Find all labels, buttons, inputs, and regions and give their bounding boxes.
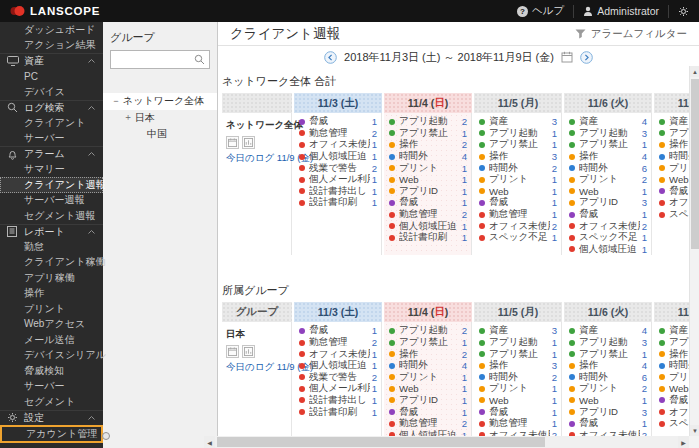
today-log-link[interactable]: 今日のログ 11/9 (金) — [222, 361, 291, 374]
alarm-item[interactable]: Web1 — [564, 395, 651, 407]
help-button[interactable]: ? ヘルプ — [517, 4, 564, 18]
alarm-item[interactable]: 操作2 — [384, 348, 471, 360]
alarm-item[interactable]: 個人領域圧迫1 — [294, 360, 381, 372]
alarm-item[interactable]: 資産4 — [564, 325, 651, 337]
alarm-item[interactable]: 操作 — [654, 348, 689, 360]
scroll-left-arrow-icon[interactable]: ◀ — [204, 436, 215, 448]
alarm-item[interactable]: アプリID1 — [384, 395, 471, 407]
alarm-item[interactable]: 個人メール利用1 — [294, 383, 381, 395]
sidebar-item-21[interactable]: デバイスシリアル — [0, 348, 103, 364]
alarm-item[interactable]: 個人領域圧迫1 — [294, 151, 381, 163]
alarm-item[interactable]: Web1 — [384, 174, 471, 186]
alarm-item[interactable]: Web1 — [474, 186, 561, 198]
alarm-item[interactable]: 資産 — [654, 116, 689, 128]
alarm-item[interactable]: アプリ起動3 — [564, 128, 651, 140]
alarm-item[interactable]: アプリ禁止1 — [384, 128, 471, 140]
scroll-down-arrow-icon[interactable]: ▼ — [690, 425, 699, 436]
search-icon[interactable] — [194, 54, 205, 65]
alarm-item[interactable]: プリント1 — [384, 372, 471, 384]
today-log-link[interactable]: 今日のログ 11/9 (金) — [222, 152, 291, 165]
sidebar-item-9[interactable]: サマリー — [0, 162, 103, 178]
alarm-item[interactable]: Web — [654, 383, 689, 395]
sidebar-item-20[interactable]: メール送信 — [0, 332, 103, 348]
alarm-item[interactable]: 設計書印刷1 — [294, 406, 381, 418]
sidebar-item-11[interactable]: サーバー週報 — [0, 193, 103, 209]
alarm-item[interactable]: 脅威 — [654, 186, 689, 198]
sidebar-item-17[interactable]: 操作 — [0, 286, 103, 302]
alarm-item[interactable]: 設計書印刷1 — [294, 197, 381, 209]
sidebar-item-0[interactable]: ダッシュボード — [0, 22, 103, 38]
alarm-item[interactable]: 脅威1 — [564, 418, 651, 430]
alarm-item[interactable]: 勤怠管理1 — [474, 209, 561, 221]
alarm-item[interactable]: オフィス未使用 — [654, 197, 689, 209]
alarm-item[interactable]: アプリ禁止1 — [474, 139, 561, 151]
alarm-item[interactable]: 個人領域圧迫1 — [564, 244, 651, 256]
alarm-item[interactable]: 操作3 — [474, 151, 561, 163]
alarm-item[interactable]: スペック不足1 — [474, 232, 561, 244]
alarm-item[interactable]: 時間外2 — [474, 162, 561, 174]
alarm-item[interactable]: 操作4 — [564, 360, 651, 372]
chart-mini-icon[interactable] — [242, 136, 255, 149]
alarm-item[interactable]: プリント1 — [384, 162, 471, 174]
alarm-item[interactable]: 操作4 — [564, 151, 651, 163]
alarm-item[interactable]: オフィス未使用2 — [564, 220, 651, 232]
alarm-item[interactable]: アプリ禁止1 — [564, 139, 651, 151]
alarm-item[interactable]: プリント1 — [474, 383, 561, 395]
alarm-item[interactable]: 脅威1 — [384, 197, 471, 209]
sidebar-item-14[interactable]: 勤怠 — [0, 239, 103, 255]
alarm-item[interactable]: 操作 — [654, 139, 689, 151]
alarm-item[interactable]: 時間外 — [654, 360, 689, 372]
alarm-item[interactable]: オフィス未使用2 — [474, 220, 561, 232]
tree-expander-icon[interactable]: ＋ — [123, 111, 133, 124]
alarm-item[interactable]: オフィス未使用 — [654, 406, 689, 418]
alarm-item[interactable]: アプリID1 — [384, 186, 471, 198]
sidebar-item-23[interactable]: サーバー — [0, 379, 103, 395]
alarm-item[interactable]: アプリ禁止1 — [564, 348, 651, 360]
sidebar-item-22[interactable]: 脅威検知 — [0, 363, 103, 379]
sidebar-section-2[interactable]: 資産 — [0, 53, 103, 69]
sidebar-item-7[interactable]: サーバー — [0, 131, 103, 147]
alarm-item[interactable]: プリント2 — [564, 383, 651, 395]
sidebar-item-1[interactable]: アクション結果 — [0, 38, 103, 54]
alarm-item[interactable]: スペック不足1 — [564, 232, 651, 244]
sidebar-item-18[interactable]: プリント — [0, 301, 103, 317]
tree-item-0[interactable]: −ネットワーク全体 — [103, 93, 217, 110]
sidebar-item-3[interactable]: PC — [0, 69, 103, 85]
sidebar-section-5[interactable]: ログ検索 — [0, 100, 103, 116]
alarm-item[interactable]: アプリ禁止1 — [384, 337, 471, 349]
alarm-item[interactable]: アプリ禁止1 — [474, 348, 561, 360]
alarm-item[interactable]: 残業で警告2 — [294, 372, 381, 384]
alarm-item[interactable]: 脅威1 — [474, 197, 561, 209]
vertical-scrollbar[interactable]: ▲ ▼ — [689, 66, 699, 436]
alarm-item[interactable]: Web1 — [474, 395, 561, 407]
calendar-picker-button[interactable] — [561, 51, 573, 63]
sidebar-item-4[interactable]: デバイス — [0, 84, 103, 100]
alarm-item[interactable]: 資産3 — [474, 116, 561, 128]
alarm-item[interactable]: 勤怠管理1 — [474, 418, 561, 430]
user-menu[interactable]: Administrator — [583, 5, 659, 17]
alarm-item[interactable]: プリント — [654, 162, 689, 174]
sidebar-item-24[interactable]: セグメント — [0, 394, 103, 410]
tree-item-1[interactable]: ＋日本 — [103, 110, 217, 127]
group-search-input[interactable] — [115, 54, 194, 65]
tree-expander-icon[interactable]: − — [111, 96, 121, 106]
alarm-item[interactable]: 資産3 — [474, 325, 561, 337]
alarm-item[interactable]: Web1 — [384, 383, 471, 395]
tree-item-2[interactable]: 中国 — [103, 126, 217, 143]
alarm-item[interactable]: オフィス未使用1 — [294, 348, 381, 360]
alarm-item[interactable]: アプリ禁止 — [654, 337, 689, 349]
alarm-item[interactable]: 設計書印刷1 — [384, 232, 471, 244]
alarm-item[interactable]: アプリ禁止 — [654, 128, 689, 140]
alarm-item[interactable]: アプリID3 — [564, 197, 651, 209]
sidebar-item-26[interactable]: アカウント管理 — [0, 425, 103, 443]
alarm-item[interactable]: スペック不足 — [654, 418, 689, 430]
sidebar-item-12[interactable]: セグメント週報 — [0, 208, 103, 224]
alarm-item[interactable]: 脅威1 — [564, 209, 651, 221]
sidebar-section-25[interactable]: 設定 — [0, 410, 103, 426]
alarm-item[interactable]: 残業で警告2 — [294, 162, 381, 174]
alarm-item[interactable]: Web — [654, 174, 689, 186]
alarm-item[interactable]: 勤怠管理2 — [384, 209, 471, 221]
alarm-item[interactable]: 勤怠管理2 — [384, 418, 471, 430]
alarm-item[interactable]: プリント2 — [564, 174, 651, 186]
alarm-item[interactable]: 資産4 — [564, 116, 651, 128]
